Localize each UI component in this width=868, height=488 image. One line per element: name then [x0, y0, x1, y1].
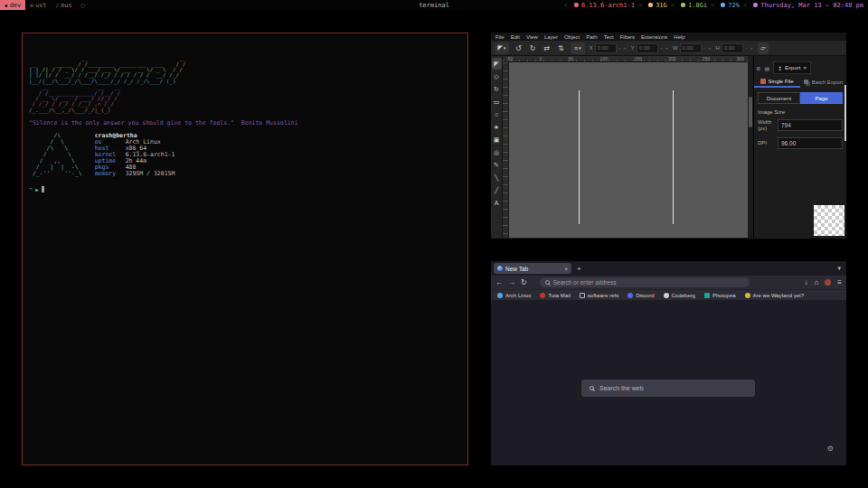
bookmark-item[interactable]: Arch Linux [497, 293, 531, 298]
tool-button[interactable]: ◤ [492, 58, 502, 70]
stepper-minus[interactable]: − [745, 45, 749, 51]
menu-item[interactable]: Layer [544, 34, 558, 40]
menu-item[interactable]: Filters [620, 34, 635, 40]
web-search-box[interactable]: Search the web [581, 380, 755, 397]
coordinate-field-input[interactable]: 0.00 [595, 43, 617, 53]
menu-item[interactable]: File [495, 34, 505, 40]
tab-single-file[interactable]: Single File [754, 76, 800, 88]
export-tab-label: Export [785, 65, 800, 70]
ruler-label: 300 [737, 56, 744, 61]
terminal-cursor [42, 186, 44, 192]
menu-item[interactable]: Object [564, 34, 580, 40]
menu-item[interactable]: View [526, 34, 538, 40]
account-avatar[interactable] [825, 279, 831, 286]
tool-button[interactable]: ╱ [492, 184, 502, 196]
menu-item[interactable]: Help [674, 34, 684, 40]
single-file-label: Single File [768, 79, 793, 84]
flip-horizontal-icon[interactable]: ⇄ [542, 44, 552, 52]
stepper-plus[interactable]: + [750, 45, 753, 51]
width-input[interactable]: 794 [778, 119, 843, 131]
export-tab-close-icon[interactable]: × [803, 65, 807, 70]
stepper-minus[interactable]: − [618, 45, 622, 51]
bookmark-item[interactable]: Tuta Mail [540, 293, 570, 298]
downloads-button[interactable]: ↓ [804, 278, 807, 286]
panel-scrollbar-thumb[interactable] [844, 85, 846, 141]
ruler-label: 150 [634, 56, 641, 61]
tool-button[interactable]: ◇ [492, 70, 502, 82]
back-button[interactable]: ← [495, 278, 503, 286]
personalize-gear-icon[interactable]: ⚙ [827, 445, 834, 453]
status-module: < 31G [635, 2, 667, 9]
menu-item[interactable]: Path [586, 34, 597, 40]
menu-item[interactable]: Edit [511, 34, 520, 40]
export-dialog-tab[interactable]: ↥ Export × [773, 61, 811, 74]
reload-button[interactable]: ↻ [521, 278, 527, 286]
pfetch-value: 3295M / 32015M [126, 170, 175, 177]
search-icon [590, 386, 594, 390]
forward-button[interactable]: → [508, 278, 515, 286]
bookmark-item[interactable]: Discord [627, 293, 654, 298]
menu-item[interactable]: Extensions [641, 34, 667, 40]
tool-button[interactable]: A [492, 197, 502, 209]
tab-batch-export[interactable]: Batch Export [800, 76, 846, 88]
dialog-layers-icon[interactable]: ▤ [764, 65, 769, 71]
inkscape-toolbox: ◤ ◇ ↻ ▭ ○ ★ [491, 56, 503, 238]
stepper-minus[interactable]: − [660, 45, 664, 51]
inkscape-canvas[interactable] [509, 62, 748, 238]
menu-item[interactable]: Text [604, 34, 614, 40]
tool-icon: ○ [495, 111, 498, 117]
tool-button[interactable]: ▣ [492, 134, 502, 145]
list-all-tabs-icon[interactable]: ▾ [837, 265, 841, 272]
bookmark-item[interactable]: Photopea [704, 293, 736, 298]
rotate-cw-icon[interactable]: ↻ [528, 44, 538, 52]
scale-options-icon[interactable]: ▱ [758, 42, 769, 54]
coordinate-field-input[interactable]: 0.00 [637, 43, 658, 53]
browser-active-tab[interactable]: New Tab × [494, 263, 571, 274]
coordinate-field-input[interactable]: 0.00 [680, 43, 702, 53]
stepper-plus[interactable]: + [623, 45, 627, 51]
shell-prompt[interactable]: ~ ▶ [29, 185, 461, 192]
home-button[interactable]: ⌂ [814, 278, 818, 286]
selection-mode-dropdown[interactable]: ◤▾ [495, 42, 509, 54]
module-separator-icon: < [638, 2, 642, 9]
url-bar[interactable]: Search or enter address [540, 277, 750, 287]
tool-button[interactable]: ▭ [492, 96, 502, 108]
dialog-settings-icon[interactable]: ⚙ [756, 65, 760, 71]
width-row: Width (px) 794 [758, 119, 843, 131]
ascii-banner-line: /_.___/\__,_/\___/_/|_(_) [29, 108, 461, 113]
tool-button[interactable]: ╲ [492, 172, 502, 183]
align-dropdown[interactable]: ≡▾ [571, 42, 585, 54]
tool-button[interactable]: ★ [492, 121, 502, 133]
tool-button[interactable]: ↻ [492, 83, 502, 95]
tool-icon: A [495, 200, 499, 206]
bookmark-item[interactable]: software refs [580, 293, 618, 298]
bookmark-item[interactable]: Are we Wayland yet? [745, 293, 804, 298]
dpi-input[interactable]: 96.00 [778, 137, 843, 149]
bookmark-item[interactable]: Codeberg [664, 293, 695, 298]
canvas-scrollbar-thumb[interactable] [749, 97, 752, 127]
stepper-minus[interactable]: − [703, 45, 707, 51]
tool-button[interactable]: ○ [492, 108, 502, 120]
new-tab-button[interactable]: + [577, 265, 581, 273]
coordinate-field-label: X [590, 45, 593, 51]
dpi-row: DPI 96.00 [758, 137, 843, 149]
inkscape-window: FileEditViewLayerObjectPathTextFiltersEx… [491, 33, 846, 239]
stepper-plus[interactable]: + [665, 45, 668, 51]
scope-document-button[interactable]: Document [758, 92, 800, 104]
stepper-plus[interactable]: + [708, 45, 712, 51]
browser-tab-strip: New Tab × + ▾ [491, 261, 846, 276]
status-module: < 6.13.6-arch1-1 [561, 2, 635, 9]
flip-vertical-icon[interactable]: ⇅ [556, 44, 566, 52]
tab-close-icon[interactable]: × [564, 266, 568, 272]
rotate-ccw-icon[interactable]: ↺ [514, 44, 524, 52]
tool-button[interactable]: ✎ [492, 159, 502, 171]
terminal-window[interactable]: __ __ _ _____ / /________ ____ ___ ___ /… [22, 33, 468, 465]
scope-page-button[interactable]: Page [800, 92, 843, 104]
app-menu-button[interactable]: ≡ [837, 278, 842, 286]
bookmark-favicon [497, 293, 503, 298]
bookmark-favicon [580, 293, 585, 298]
bookmark-label: Arch Linux [505, 293, 531, 298]
coordinate-field-input[interactable]: 0.00 [722, 43, 743, 53]
new-tab-page: Search the web ⚙ [491, 300, 846, 465]
tool-button[interactable]: ◎ [492, 146, 502, 158]
